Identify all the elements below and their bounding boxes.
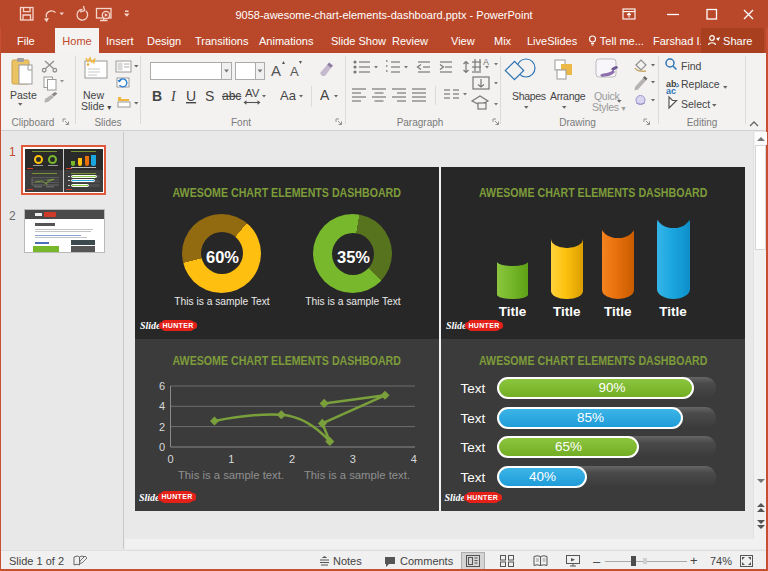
svg-text:A: A — [320, 87, 330, 103]
svg-text:2: 2 — [289, 453, 295, 465]
svg-text:A: A — [290, 64, 299, 79]
svg-text:AV: AV — [245, 87, 260, 99]
svg-text:ac: ac — [666, 86, 676, 96]
svg-text:4: 4 — [411, 453, 417, 465]
svg-text:6: 6 — [159, 380, 165, 392]
svg-text:abc: abc — [222, 89, 241, 103]
svg-text:S: S — [205, 88, 214, 104]
svg-text:A: A — [483, 57, 489, 67]
svg-text:0: 0 — [159, 441, 165, 453]
svg-text:2: 2 — [159, 421, 165, 433]
svg-text:3: 3 — [350, 453, 356, 465]
svg-text:0: 0 — [167, 453, 173, 465]
svg-text:U: U — [186, 88, 196, 104]
svg-text:1: 1 — [228, 453, 234, 465]
svg-text:Aa: Aa — [280, 88, 297, 103]
svg-text:B: B — [152, 88, 162, 104]
svg-text:This is a sample text.: This is a sample text. — [304, 469, 410, 481]
svg-text:I: I — [170, 89, 177, 104]
svg-text:A: A — [271, 62, 281, 79]
svg-text:4: 4 — [159, 400, 165, 412]
svg-text:This is a sample text.: This is a sample text. — [178, 469, 284, 481]
